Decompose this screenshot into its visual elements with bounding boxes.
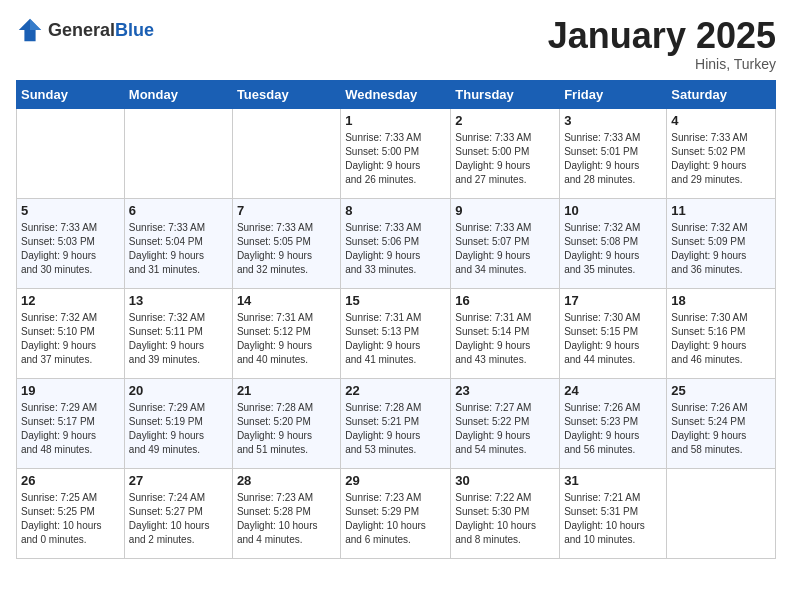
calendar-cell: 30Sunrise: 7:22 AM Sunset: 5:30 PM Dayli… <box>451 468 560 558</box>
calendar-cell: 21Sunrise: 7:28 AM Sunset: 5:20 PM Dayli… <box>232 378 340 468</box>
calendar-cell <box>124 108 232 198</box>
header-sunday: Sunday <box>17 80 125 108</box>
calendar-cell: 14Sunrise: 7:31 AM Sunset: 5:12 PM Dayli… <box>232 288 340 378</box>
logo: GeneralBlue <box>16 16 154 44</box>
calendar-week-row: 12Sunrise: 7:32 AM Sunset: 5:10 PM Dayli… <box>17 288 776 378</box>
calendar-cell: 23Sunrise: 7:27 AM Sunset: 5:22 PM Dayli… <box>451 378 560 468</box>
day-detail: Sunrise: 7:33 AM Sunset: 5:07 PM Dayligh… <box>455 221 555 277</box>
calendar-week-row: 26Sunrise: 7:25 AM Sunset: 5:25 PM Dayli… <box>17 468 776 558</box>
day-number: 31 <box>564 473 662 488</box>
calendar-cell: 8Sunrise: 7:33 AM Sunset: 5:06 PM Daylig… <box>341 198 451 288</box>
day-number: 1 <box>345 113 446 128</box>
logo-text-general: General <box>48 20 115 40</box>
calendar-week-row: 1Sunrise: 7:33 AM Sunset: 5:00 PM Daylig… <box>17 108 776 198</box>
day-detail: Sunrise: 7:32 AM Sunset: 5:11 PM Dayligh… <box>129 311 228 367</box>
calendar-cell: 1Sunrise: 7:33 AM Sunset: 5:00 PM Daylig… <box>341 108 451 198</box>
day-number: 7 <box>237 203 336 218</box>
day-detail: Sunrise: 7:24 AM Sunset: 5:27 PM Dayligh… <box>129 491 228 547</box>
calendar-cell <box>667 468 776 558</box>
day-detail: Sunrise: 7:28 AM Sunset: 5:21 PM Dayligh… <box>345 401 446 457</box>
day-number: 28 <box>237 473 336 488</box>
day-number: 2 <box>455 113 555 128</box>
calendar-cell: 4Sunrise: 7:33 AM Sunset: 5:02 PM Daylig… <box>667 108 776 198</box>
day-detail: Sunrise: 7:29 AM Sunset: 5:17 PM Dayligh… <box>21 401 120 457</box>
calendar-cell: 9Sunrise: 7:33 AM Sunset: 5:07 PM Daylig… <box>451 198 560 288</box>
day-detail: Sunrise: 7:32 AM Sunset: 5:09 PM Dayligh… <box>671 221 771 277</box>
day-detail: Sunrise: 7:27 AM Sunset: 5:22 PM Dayligh… <box>455 401 555 457</box>
day-number: 11 <box>671 203 771 218</box>
calendar-title-block: January 2025 Hinis, Turkey <box>548 16 776 72</box>
page-header: GeneralBlue January 2025 Hinis, Turkey <box>16 16 776 72</box>
day-number: 30 <box>455 473 555 488</box>
day-detail: Sunrise: 7:32 AM Sunset: 5:10 PM Dayligh… <box>21 311 120 367</box>
day-detail: Sunrise: 7:30 AM Sunset: 5:16 PM Dayligh… <box>671 311 771 367</box>
calendar-cell: 26Sunrise: 7:25 AM Sunset: 5:25 PM Dayli… <box>17 468 125 558</box>
calendar-cell: 20Sunrise: 7:29 AM Sunset: 5:19 PM Dayli… <box>124 378 232 468</box>
calendar-cell: 5Sunrise: 7:33 AM Sunset: 5:03 PM Daylig… <box>17 198 125 288</box>
day-number: 10 <box>564 203 662 218</box>
day-detail: Sunrise: 7:33 AM Sunset: 5:03 PM Dayligh… <box>21 221 120 277</box>
day-number: 19 <box>21 383 120 398</box>
calendar-cell: 15Sunrise: 7:31 AM Sunset: 5:13 PM Dayli… <box>341 288 451 378</box>
day-detail: Sunrise: 7:22 AM Sunset: 5:30 PM Dayligh… <box>455 491 555 547</box>
day-detail: Sunrise: 7:33 AM Sunset: 5:04 PM Dayligh… <box>129 221 228 277</box>
day-detail: Sunrise: 7:21 AM Sunset: 5:31 PM Dayligh… <box>564 491 662 547</box>
day-detail: Sunrise: 7:31 AM Sunset: 5:12 PM Dayligh… <box>237 311 336 367</box>
day-number: 4 <box>671 113 771 128</box>
day-detail: Sunrise: 7:30 AM Sunset: 5:15 PM Dayligh… <box>564 311 662 367</box>
day-number: 27 <box>129 473 228 488</box>
day-detail: Sunrise: 7:31 AM Sunset: 5:14 PM Dayligh… <box>455 311 555 367</box>
day-number: 18 <box>671 293 771 308</box>
day-number: 12 <box>21 293 120 308</box>
day-number: 6 <box>129 203 228 218</box>
day-detail: Sunrise: 7:26 AM Sunset: 5:24 PM Dayligh… <box>671 401 771 457</box>
day-number: 3 <box>564 113 662 128</box>
day-number: 8 <box>345 203 446 218</box>
header-tuesday: Tuesday <box>232 80 340 108</box>
calendar-cell: 18Sunrise: 7:30 AM Sunset: 5:16 PM Dayli… <box>667 288 776 378</box>
calendar-cell: 13Sunrise: 7:32 AM Sunset: 5:11 PM Dayli… <box>124 288 232 378</box>
calendar-cell: 11Sunrise: 7:32 AM Sunset: 5:09 PM Dayli… <box>667 198 776 288</box>
day-detail: Sunrise: 7:23 AM Sunset: 5:29 PM Dayligh… <box>345 491 446 547</box>
day-number: 5 <box>21 203 120 218</box>
day-number: 24 <box>564 383 662 398</box>
calendar-header-row: SundayMondayTuesdayWednesdayThursdayFrid… <box>17 80 776 108</box>
day-detail: Sunrise: 7:33 AM Sunset: 5:01 PM Dayligh… <box>564 131 662 187</box>
day-number: 29 <box>345 473 446 488</box>
day-detail: Sunrise: 7:23 AM Sunset: 5:28 PM Dayligh… <box>237 491 336 547</box>
calendar-cell: 10Sunrise: 7:32 AM Sunset: 5:08 PM Dayli… <box>560 198 667 288</box>
header-thursday: Thursday <box>451 80 560 108</box>
calendar-cell: 2Sunrise: 7:33 AM Sunset: 5:00 PM Daylig… <box>451 108 560 198</box>
day-detail: Sunrise: 7:33 AM Sunset: 5:00 PM Dayligh… <box>345 131 446 187</box>
calendar-cell: 16Sunrise: 7:31 AM Sunset: 5:14 PM Dayli… <box>451 288 560 378</box>
header-saturday: Saturday <box>667 80 776 108</box>
day-detail: Sunrise: 7:33 AM Sunset: 5:02 PM Dayligh… <box>671 131 771 187</box>
calendar-cell: 6Sunrise: 7:33 AM Sunset: 5:04 PM Daylig… <box>124 198 232 288</box>
day-detail: Sunrise: 7:33 AM Sunset: 5:05 PM Dayligh… <box>237 221 336 277</box>
day-number: 16 <box>455 293 555 308</box>
svg-marker-1 <box>30 19 41 30</box>
calendar-cell <box>232 108 340 198</box>
day-number: 25 <box>671 383 771 398</box>
calendar-cell: 28Sunrise: 7:23 AM Sunset: 5:28 PM Dayli… <box>232 468 340 558</box>
calendar-cell: 29Sunrise: 7:23 AM Sunset: 5:29 PM Dayli… <box>341 468 451 558</box>
logo-wordmark: GeneralBlue <box>48 20 154 41</box>
day-detail: Sunrise: 7:33 AM Sunset: 5:06 PM Dayligh… <box>345 221 446 277</box>
logo-icon <box>16 16 44 44</box>
day-number: 13 <box>129 293 228 308</box>
day-number: 15 <box>345 293 446 308</box>
calendar-cell: 27Sunrise: 7:24 AM Sunset: 5:27 PM Dayli… <box>124 468 232 558</box>
day-number: 17 <box>564 293 662 308</box>
calendar-cell: 17Sunrise: 7:30 AM Sunset: 5:15 PM Dayli… <box>560 288 667 378</box>
header-wednesday: Wednesday <box>341 80 451 108</box>
calendar-cell: 12Sunrise: 7:32 AM Sunset: 5:10 PM Dayli… <box>17 288 125 378</box>
day-detail: Sunrise: 7:26 AM Sunset: 5:23 PM Dayligh… <box>564 401 662 457</box>
day-detail: Sunrise: 7:29 AM Sunset: 5:19 PM Dayligh… <box>129 401 228 457</box>
calendar-title: January 2025 <box>548 16 776 56</box>
day-detail: Sunrise: 7:33 AM Sunset: 5:00 PM Dayligh… <box>455 131 555 187</box>
day-number: 20 <box>129 383 228 398</box>
day-detail: Sunrise: 7:25 AM Sunset: 5:25 PM Dayligh… <box>21 491 120 547</box>
day-number: 23 <box>455 383 555 398</box>
calendar-subtitle: Hinis, Turkey <box>548 56 776 72</box>
day-number: 9 <box>455 203 555 218</box>
